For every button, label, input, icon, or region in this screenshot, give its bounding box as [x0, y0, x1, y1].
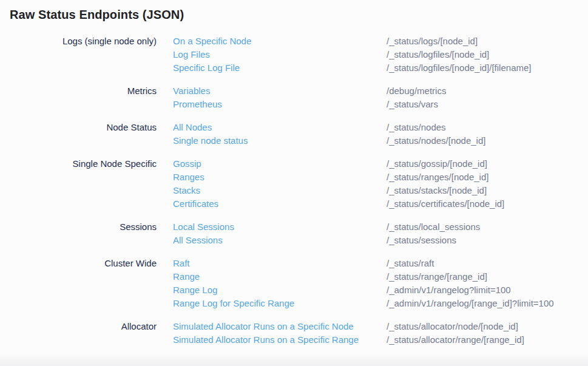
endpoint-link[interactable]: All Nodes: [173, 121, 387, 134]
endpoint-path: /_status/raft: [387, 257, 588, 270]
endpoint-section: Metrics VariablesPrometheus /debug/metri…: [0, 84, 588, 111]
section-links: Local SessionsAll Sessions: [157, 220, 387, 247]
endpoint-path: /_status/sessions: [387, 234, 588, 247]
page-bottom-strip: [0, 353, 588, 366]
section-paths: /_status/local_sessions/_status/sessions: [387, 220, 588, 247]
raw-status-endpoints-page: Raw Status Endpoints (JSON) Logs (single…: [0, 0, 588, 366]
endpoint-path: /_status/vars: [387, 98, 588, 111]
endpoint-link[interactable]: Single node status: [173, 134, 387, 147]
endpoint-link[interactable]: Stacks: [173, 184, 387, 197]
endpoint-link[interactable]: Gossip: [173, 157, 387, 171]
endpoint-link[interactable]: Simulated Allocator Runs on a Specific N…: [173, 320, 387, 333]
section-links: Simulated Allocator Runs on a Specific N…: [157, 320, 387, 347]
endpoint-section: Cluster Wide RaftRangeRange LogRange Log…: [0, 257, 588, 310]
endpoint-path: /_status/stacks/[node_id]: [387, 184, 588, 197]
endpoint-link[interactable]: On a Specific Node: [173, 35, 387, 48]
section-paths: /_status/raft/_status/range/[range_id]/_…: [387, 257, 588, 310]
endpoint-section: Allocator Simulated Allocator Runs on a …: [0, 320, 588, 347]
endpoint-path: /_status/logfiles/[node_id]/[filename]: [387, 61, 588, 75]
endpoints-table: Logs (single node only) On a Specific No…: [0, 35, 588, 347]
section-category-label: Logs (single node only): [0, 35, 157, 75]
endpoint-link[interactable]: Variables: [173, 84, 387, 98]
section-category-label: Node Status: [0, 121, 157, 147]
endpoint-path: /_admin/v1/rangelog/[range_id]?limit=100: [387, 297, 588, 310]
endpoint-link[interactable]: Prometheus: [173, 98, 387, 111]
section-paths: /debug/metrics/_status/vars: [387, 84, 588, 111]
endpoint-path: /_status/logs/[node_id]: [387, 35, 588, 48]
endpoint-path: /_status/certificates/[node_id]: [387, 197, 588, 211]
endpoint-section: Sessions Local SessionsAll Sessions /_st…: [0, 220, 588, 247]
endpoint-path: /_status/logfiles/[node_id]: [387, 48, 588, 61]
endpoint-path: /debug/metrics: [387, 84, 588, 98]
endpoint-path: /_status/allocator/range/[range_id]: [387, 333, 588, 347]
section-category-label: Allocator: [0, 320, 157, 347]
section-category-label: Sessions: [0, 220, 157, 247]
endpoint-path: /_status/nodes: [387, 121, 588, 134]
endpoint-link[interactable]: Ranges: [173, 171, 387, 184]
endpoint-section: Single Node Specific GossipRangesStacksC…: [0, 157, 588, 211]
section-links: VariablesPrometheus: [157, 84, 387, 111]
endpoint-link[interactable]: Simulated Allocator Runs on a Specific R…: [173, 333, 387, 347]
section-paths: /_status/logs/[node_id]/_status/logfiles…: [387, 35, 588, 75]
section-links: On a Specific NodeLog FilesSpecific Log …: [157, 35, 387, 75]
endpoint-link[interactable]: All Sessions: [173, 234, 387, 247]
section-category-label: Cluster Wide: [0, 257, 157, 310]
section-category-label: Single Node Specific: [0, 157, 157, 211]
endpoint-section: Logs (single node only) On a Specific No…: [0, 35, 588, 75]
endpoint-link[interactable]: Range Log: [173, 283, 387, 297]
endpoint-path: /_status/gossip/[node_id]: [387, 157, 588, 171]
endpoint-section: Node Status All NodesSingle node status …: [0, 121, 588, 147]
section-paths: /_status/nodes/_status/nodes/[node_id]: [387, 121, 588, 147]
endpoint-link[interactable]: Log Files: [173, 48, 387, 61]
endpoint-path: /_status/allocator/node/[node_id]: [387, 320, 588, 333]
section-links: RaftRangeRange LogRange Log for Specific…: [157, 257, 387, 310]
section-paths: /_status/gossip/[node_id]/_status/ranges…: [387, 157, 588, 211]
endpoint-link[interactable]: Range: [173, 270, 387, 283]
endpoint-path: /_status/ranges/[node_id]: [387, 171, 588, 184]
endpoint-link[interactable]: Local Sessions: [173, 220, 387, 234]
endpoint-link[interactable]: Specific Log File: [173, 61, 387, 75]
section-paths: /_status/allocator/node/[node_id]/_statu…: [387, 320, 588, 347]
section-links: All NodesSingle node status: [157, 121, 387, 147]
section-links: GossipRangesStacksCertificates: [157, 157, 387, 211]
endpoint-link[interactable]: Certificates: [173, 197, 387, 211]
endpoint-link[interactable]: Range Log for Specific Range: [173, 297, 387, 310]
endpoint-link[interactable]: Raft: [173, 257, 387, 270]
endpoint-path: /_status/nodes/[node_id]: [387, 134, 588, 147]
endpoint-path: /_admin/v1/rangelog?limit=100: [387, 283, 588, 297]
page-title: Raw Status Endpoints (JSON): [0, 0, 588, 22]
section-category-label: Metrics: [0, 84, 157, 111]
endpoint-path: /_status/local_sessions: [387, 220, 588, 234]
endpoint-path: /_status/range/[range_id]: [387, 270, 588, 283]
